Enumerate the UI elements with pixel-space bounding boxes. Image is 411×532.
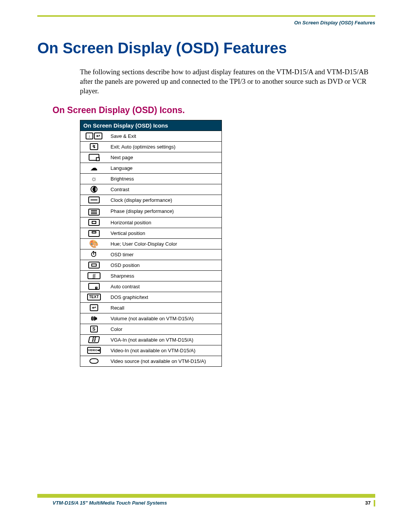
contrast-icon-glyph xyxy=(83,185,105,193)
icon-description: Contrast xyxy=(108,184,222,195)
intro-paragraph: The following sections describe how to a… xyxy=(80,67,371,96)
sharpness-icon-glyph: ∫∫∫ xyxy=(83,272,105,280)
table-row: Contrast xyxy=(80,184,222,195)
osd-icons-table: On Screen Display (OSD) Icons ↓↩Save & E… xyxy=(80,120,222,367)
icon-description: Horizontal position xyxy=(108,217,222,228)
clock-icon xyxy=(80,195,108,205)
table-row: ↯Exit; Auto (optimizes settings) xyxy=(80,141,222,152)
icon-description: Save & Exit xyxy=(108,131,222,141)
table-row: Horizontal position xyxy=(80,217,222,228)
contrast-icon xyxy=(80,184,108,195)
table-row: OSD position xyxy=(80,260,222,270)
table-row: ⏱OSD timer xyxy=(80,249,222,260)
icon-description: Video source (not available on VTM-D15/A… xyxy=(108,356,222,366)
brightness-icon-glyph: ☼ xyxy=(83,174,105,183)
osd-position-icon xyxy=(80,260,108,270)
video-in-icon-glyph: VIDEO◀ xyxy=(83,346,105,355)
table-row: 🕪Volume (not available on VTM-D15/A) xyxy=(80,313,222,324)
next-page-icon-glyph xyxy=(83,153,105,161)
table-row: ↓↩Save & Exit xyxy=(80,131,222,141)
icon-description: OSD position xyxy=(108,260,222,270)
icon-description: Hue; User Color-Display Color xyxy=(108,238,222,249)
next-page-icon xyxy=(80,152,108,163)
save-exit-icon: ↓↩ xyxy=(80,131,108,141)
vga-in-icon: ⠿ xyxy=(80,334,108,345)
table-row: ∫∫∫Sharpness xyxy=(80,270,222,281)
icon-description: Clock (display performance) xyxy=(108,195,222,205)
dos-text-icon-glyph: TEXT xyxy=(83,293,105,301)
language-icon: ☁ xyxy=(80,163,108,173)
icon-description: Sharpness xyxy=(108,270,222,281)
video-source-icon-glyph xyxy=(83,357,105,365)
table-row: Clock (display performance) xyxy=(80,195,222,205)
osd-position-icon-glyph xyxy=(83,261,105,269)
icon-description: Volume (not available on VTM-D15/A) xyxy=(108,313,222,324)
icon-description: VGA-In (not available on VTM-D15/A) xyxy=(108,334,222,345)
recall-icon: ↩ xyxy=(80,302,108,313)
table-row: ☼Brightness xyxy=(80,173,222,184)
icon-description: Recall xyxy=(108,302,222,313)
save-exit-icon-glyph: ↓↩ xyxy=(83,132,105,140)
footer-doc-title: VTM-D15/A 15" MultiMedia Touch Panel Sys… xyxy=(53,500,167,506)
table-row: Next page xyxy=(80,152,222,163)
table-row: Vertical position xyxy=(80,228,222,238)
video-in-icon: VIDEO◀ xyxy=(80,345,108,356)
volume-icon: 🕪 xyxy=(80,313,108,324)
table-row: VIDEO◀Video-In (not available on VTM-D15… xyxy=(80,345,222,356)
sharpness-icon: ∫∫∫ xyxy=(80,270,108,281)
section-heading: On Screen Display (OSD) Icons. xyxy=(53,105,375,115)
recall-icon-glyph: ↩ xyxy=(83,304,105,312)
vga-in-icon-glyph: ⠿ xyxy=(83,335,105,344)
h-position-icon xyxy=(80,217,108,228)
hue-color-icon: 🎨 xyxy=(80,238,108,249)
icon-description: Exit; Auto (optimizes settings) xyxy=(108,141,222,152)
exit-auto-icon: ↯ xyxy=(80,141,108,152)
icon-description: OSD timer xyxy=(108,249,222,260)
table-row: SColor xyxy=(80,324,222,334)
osd-timer-icon: ⏱ xyxy=(80,249,108,260)
icon-description: Vertical position xyxy=(108,228,222,238)
h-position-icon-glyph xyxy=(83,218,105,227)
table-row: Auto contrast xyxy=(80,281,222,292)
auto-contrast-icon xyxy=(80,281,108,292)
table-row: Video source (not available on VTM-D15/A… xyxy=(80,356,222,366)
color-icon-glyph: S xyxy=(83,325,105,333)
icon-description: Next page xyxy=(108,152,222,163)
page-title: On Screen Display (OSD) Features xyxy=(37,40,375,57)
brightness-icon: ☼ xyxy=(80,173,108,184)
video-source-icon xyxy=(80,356,108,366)
icon-description: Language xyxy=(108,163,222,173)
osd-timer-icon-glyph: ⏱ xyxy=(83,250,105,259)
clock-icon-glyph xyxy=(83,196,105,204)
phase-icon-glyph xyxy=(83,208,105,216)
icon-description: Phase (display performance) xyxy=(108,205,222,217)
page: On Screen Display (OSD) Features On Scre… xyxy=(37,15,375,518)
phase-icon xyxy=(80,205,108,217)
icon-description: Brightness xyxy=(108,173,222,184)
table-row: TEXTDOS graphic/text xyxy=(80,292,222,302)
v-position-icon xyxy=(80,228,108,238)
color-icon: S xyxy=(80,324,108,334)
table-row: ↩Recall xyxy=(80,302,222,313)
table-row: ☁Language xyxy=(80,163,222,173)
icon-description: Color xyxy=(108,324,222,334)
footer-page-number: 37 xyxy=(365,500,375,506)
dos-text-icon: TEXT xyxy=(80,292,108,302)
table-header: On Screen Display (OSD) Icons xyxy=(80,120,222,131)
v-position-icon-glyph xyxy=(83,229,105,238)
icon-description: Auto contrast xyxy=(108,281,222,292)
hue-color-icon-glyph: 🎨 xyxy=(83,240,105,248)
page-footer: VTM-D15/A 15" MultiMedia Touch Panel Sys… xyxy=(37,494,375,506)
running-head: On Screen Display (OSD) Features xyxy=(294,20,375,26)
icon-description: DOS graphic/text xyxy=(108,292,222,302)
exit-auto-icon-glyph: ↯ xyxy=(83,142,105,151)
auto-contrast-icon-glyph xyxy=(83,282,105,291)
language-icon-glyph: ☁ xyxy=(83,164,105,172)
table-row: ⠿VGA-In (not available on VTM-D15/A) xyxy=(80,334,222,345)
icon-description: Video-In (not available on VTM-D15/A) xyxy=(108,345,222,356)
volume-icon-glyph: 🕪 xyxy=(83,314,105,323)
table-row: Phase (display performance) xyxy=(80,205,222,217)
table-row: 🎨Hue; User Color-Display Color xyxy=(80,238,222,249)
